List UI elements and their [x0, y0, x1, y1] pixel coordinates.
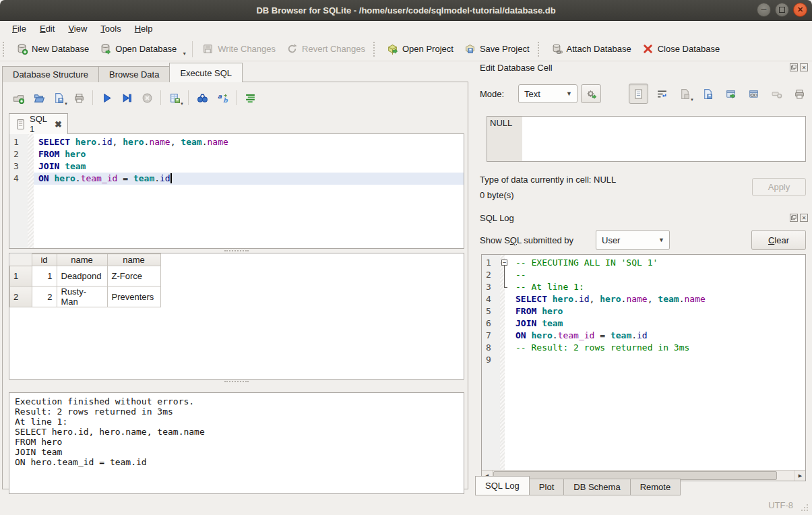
save-sql-file-button[interactable]: ▼: [49, 89, 69, 107]
save-project-label: Save Project: [480, 44, 530, 55]
log-source-select[interactable]: User ▼: [596, 230, 670, 250]
scroll-right-icon[interactable]: ▶: [794, 471, 805, 481]
maximize-button[interactable]: [775, 3, 789, 17]
menu-file[interactable]: File: [5, 22, 33, 36]
float-panel-icon[interactable]: [790, 63, 798, 71]
save-results-button[interactable]: ▼: [164, 89, 185, 107]
row-header[interactable]: 1: [10, 266, 32, 286]
execute-current-line-button[interactable]: [117, 89, 137, 107]
minimize-button[interactable]: ─: [757, 3, 771, 17]
menu-tools[interactable]: Tools: [94, 22, 127, 36]
code-text: -- EXECUTING ALL IN 'SQL 1': [511, 257, 805, 269]
save-results-icon: [169, 92, 181, 104]
open-project-button[interactable]: Open Project: [381, 40, 459, 58]
column-header[interactable]: name: [57, 254, 107, 266]
tab-plot[interactable]: Plot: [529, 479, 564, 495]
auto-switch-mode-button[interactable]: [581, 84, 601, 103]
toolbar-handle[interactable]: [538, 42, 542, 57]
revert-changes-icon: [286, 43, 298, 55]
close-button[interactable]: ✕: [793, 3, 807, 17]
menu-edit[interactable]: Edit: [33, 22, 61, 36]
find-replace-button[interactable]: ab: [212, 89, 232, 107]
cell[interactable]: Rusty-Man: [57, 286, 107, 307]
chevron-down-icon: ▼: [658, 237, 669, 243]
execute-all-button[interactable]: [96, 89, 117, 107]
row-header[interactable]: 2: [10, 286, 32, 307]
column-header[interactable]: name: [107, 254, 160, 266]
main-toolbar: New DatabaseOpen Database▼Write ChangesR…: [0, 37, 812, 61]
copy-link-button[interactable]: [745, 84, 763, 103]
fold-collapse-icon[interactable]: −: [501, 260, 507, 266]
results-pane: idnamename11DeadpondZ-Force22Rusty-ManPr…: [9, 253, 464, 380]
cell[interactable]: Z-Force: [107, 266, 160, 286]
text-mode-button[interactable]: [629, 84, 648, 104]
stop-execution-icon: [142, 92, 153, 104]
save-project-button[interactable]: Save Project: [459, 40, 535, 58]
cell[interactable]: Deadpond: [57, 266, 107, 286]
cell-value: NULL: [487, 117, 522, 161]
find-button[interactable]: [192, 89, 212, 107]
code-text: ON hero.team_id = team.id: [34, 173, 464, 185]
cell[interactable]: Preventers: [107, 286, 160, 307]
save-project-icon: [464, 43, 476, 55]
titlebar[interactable]: DB Browser for SQLite - /home/user/code/…: [0, 0, 812, 21]
fold-marker: [500, 281, 511, 293]
sql-log-view[interactable]: 1−-- EXECUTING ALL IN 'SQL 1'2--3-- At l…: [481, 254, 806, 481]
toolbar-separator: [192, 41, 193, 57]
close-panel-icon[interactable]: ✕: [800, 63, 808, 71]
print-cell-button[interactable]: [790, 84, 809, 103]
open-sql-tab-button[interactable]: [8, 89, 28, 107]
close-database-button[interactable]: Close Database: [637, 40, 726, 58]
tab-browse-data[interactable]: Browse Data: [98, 66, 170, 82]
tab-execute-sql[interactable]: Execute SQL: [169, 63, 243, 82]
float-panel-icon[interactable]: [790, 214, 798, 222]
toolbar-handle[interactable]: [373, 42, 377, 57]
tab-database-structure[interactable]: Database Structure: [2, 66, 99, 82]
close-sql-tab-icon[interactable]: ✖: [55, 119, 62, 129]
mode-select[interactable]: Text ▼: [518, 84, 577, 103]
open-sql-file-button[interactable]: [28, 89, 49, 107]
resize-grip[interactable]: [800, 503, 809, 512]
new-database-label: New Database: [32, 44, 89, 55]
sql-editor-tab[interactable]: SQL 1 ✖: [9, 113, 68, 134]
open-database-button[interactable]: Open Database: [94, 40, 182, 58]
print-sql-button[interactable]: [69, 89, 89, 107]
attach-database-button[interactable]: Attach Database: [546, 40, 637, 58]
cell-value-editor[interactable]: NULL: [487, 116, 806, 162]
cell[interactable]: 1: [32, 266, 57, 286]
cell-editor-toolbar: ▼: [629, 84, 809, 104]
window-controls: ─✕: [757, 3, 807, 17]
tab-sql-log[interactable]: SQL Log: [475, 476, 530, 495]
code-text: SELECT hero.id, hero.name, team.name: [34, 136, 464, 148]
format-sql-button[interactable]: [240, 89, 260, 107]
dropdown-arrow-icon[interactable]: ▼: [64, 102, 68, 107]
new-database-button[interactable]: New Database: [11, 40, 94, 58]
close-database-icon: [642, 43, 654, 55]
fold-marker: [28, 173, 34, 185]
code-text: [511, 354, 805, 366]
dropdown-arrow-icon[interactable]: ▼: [180, 102, 184, 107]
export-data-button[interactable]: [699, 84, 717, 103]
open-database-dropdown-icon[interactable]: ▼: [182, 51, 187, 57]
gear-icon: [586, 88, 597, 100]
revert-changes-button: Revert Changes: [281, 40, 371, 58]
clear-log-button[interactable]: Clear: [751, 230, 806, 250]
word-wrap-button[interactable]: [653, 84, 671, 103]
execute-current-line-icon: [121, 92, 133, 104]
print-sql-icon: [73, 92, 85, 104]
cell[interactable]: 2: [32, 286, 57, 307]
sql-log-title: SQL Log: [480, 213, 514, 223]
close-panel-icon[interactable]: ✕: [800, 214, 808, 222]
code-text: -- At line 1:: [511, 281, 805, 293]
toolbar-handle[interactable]: [3, 42, 7, 57]
results-header-row: idnamename: [10, 254, 161, 266]
sql-editor[interactable]: 1SELECT hero.id, hero.name, team.name2FR…: [9, 133, 464, 249]
open-in-external-button[interactable]: [722, 84, 740, 103]
menu-help[interactable]: Help: [128, 22, 160, 36]
menu-view[interactable]: View: [61, 22, 94, 36]
code-line: 6JOIN team: [482, 317, 805, 330]
column-header[interactable]: id: [32, 254, 57, 266]
splitter-results-message[interactable]: [9, 380, 464, 384]
tab-remote[interactable]: Remote: [630, 479, 681, 495]
tab-db-schema[interactable]: DB Schema: [563, 479, 630, 495]
